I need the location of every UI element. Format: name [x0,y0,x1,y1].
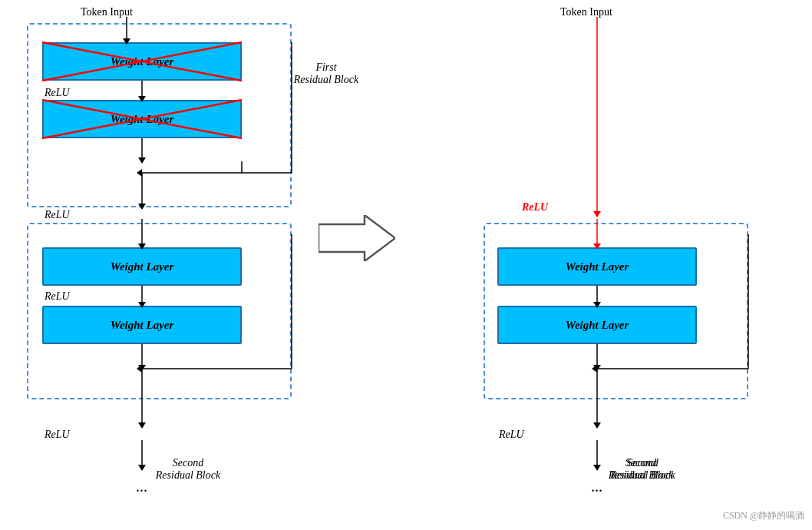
weight-layer-2-right: Weight Layer [497,306,697,344]
right-arrow [319,215,395,264]
weight-layer-1-right: Weight Layer [497,247,697,286]
svg-marker-46 [593,422,601,429]
weight-layer-2-left: Weight Layer [42,100,242,138]
relu-before-second-left: ReLU [45,209,70,221]
watermark: CSDN @静静的喝酒 [723,509,804,522]
first-block-label-left: FirstResidual Block [292,61,361,86]
relu-between-second-left: ReLU [45,290,70,303]
svg-marker-25 [138,422,146,429]
weight-layer-3-left: Weight Layer [42,247,242,286]
relu-label-red-right: ReLU [522,201,548,214]
second-block-label-right2: SecondResidual Block [599,457,687,482]
svg-marker-34 [593,211,601,217]
weight-layer-4-left: Weight Layer [42,306,242,344]
relu-after-second-right: ReLU [499,429,524,441]
relu-between-first-left: ReLU [45,87,70,99]
token-input-right: Token Input [560,6,612,18]
svg-marker-0 [319,215,395,261]
second-block-label-left: SecondResidual Block [142,457,234,482]
weight-layer-1-left: Weight Layer [42,42,242,81]
diagram-container: Token Input FirstResidual Block Weight L… [0,0,812,530]
relu-after-second-left: ReLU [45,429,70,441]
token-input-left: Token Input [81,6,133,18]
